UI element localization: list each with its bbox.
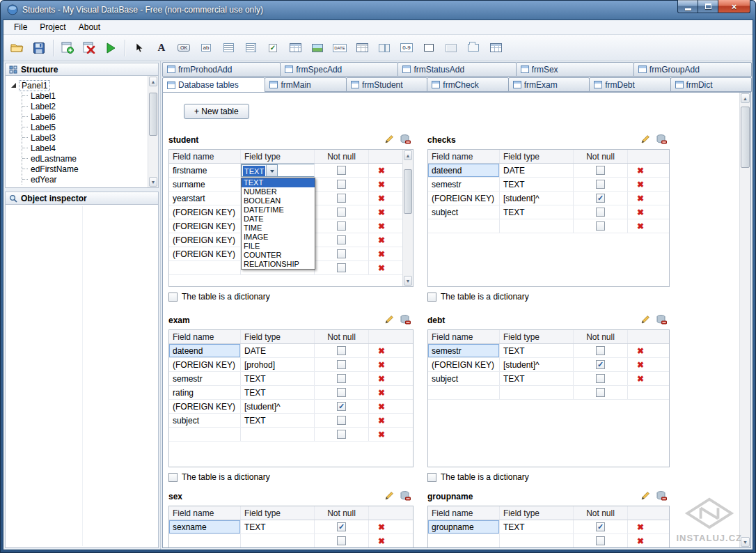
field-type-cell[interactable]: [student]^ — [500, 192, 574, 205]
field-name-cell[interactable] — [169, 261, 241, 274]
field-name-cell[interactable]: (FOREIGN KEY) — [169, 205, 241, 219]
field-name-cell[interactable]: dateend — [428, 164, 500, 177]
scroll-down-icon[interactable]: ▼ — [149, 177, 157, 187]
tab-database-tables[interactable]: Database tables — [162, 77, 265, 93]
edit-tool-icon[interactable]: ab — [196, 38, 216, 58]
delete-row-icon[interactable]: ✖ — [378, 250, 385, 258]
dropdown-option[interactable]: NUMBER — [242, 187, 315, 196]
scrollbar-thumb[interactable] — [404, 169, 412, 214]
tab-frmdict[interactable]: frmDict — [670, 77, 752, 92]
scroll-down-icon[interactable]: ▼ — [404, 276, 412, 286]
field-name-cell[interactable]: subject — [169, 414, 241, 427]
dictionary-row[interactable]: The table is a dictionary — [168, 472, 414, 482]
field-type-cell[interactable] — [241, 534, 315, 547]
dictionary-checkbox[interactable] — [427, 473, 436, 482]
new-table-button[interactable]: + New table — [184, 104, 249, 119]
scrollbar-thumb[interactable] — [149, 93, 157, 136]
field-type-cell[interactable]: TEXT — [500, 372, 574, 385]
not-null-checkbox[interactable] — [596, 374, 605, 383]
not-null-checkbox[interactable] — [337, 166, 346, 175]
delete-row-icon[interactable]: ✖ — [637, 208, 644, 217]
delete-row-icon[interactable]: ✖ — [637, 523, 644, 531]
field-name-cell[interactable]: subject — [428, 372, 500, 385]
structure-tree-scrollbar[interactable]: ▲ ▼ — [148, 76, 158, 187]
delete-row-icon[interactable]: ✖ — [378, 236, 385, 244]
field-type-cell[interactable]: DATE — [500, 164, 574, 177]
not-null-checkbox[interactable] — [337, 263, 346, 272]
tree-item-label2[interactable]: Label2 — [22, 101, 145, 111]
field-name-cell[interactable]: (FOREIGN KEY) — [169, 400, 241, 413]
label-tool-icon[interactable]: A — [152, 38, 171, 58]
tab-frmprohodadd[interactable]: frmProhodAdd — [162, 62, 281, 77]
splitter-tool-icon[interactable] — [375, 38, 394, 58]
not-null-checkbox[interactable] — [337, 194, 346, 203]
delete-row-icon[interactable]: ✖ — [637, 194, 644, 203]
not-null-checkbox[interactable]: ✓ — [596, 194, 605, 203]
scrollbar-thumb[interactable] — [741, 107, 750, 168]
field-type-cell[interactable] — [500, 386, 574, 399]
dictionary-checkbox[interactable] — [168, 473, 178, 482]
tree-item-edfirstname[interactable]: edFirstName — [22, 164, 145, 174]
field-name-cell[interactable]: (FOREIGN KEY) — [169, 358, 241, 371]
not-null-checkbox[interactable] — [337, 180, 346, 189]
scroll-up-icon[interactable]: ▲ — [149, 77, 157, 86]
field-type-cell[interactable]: TEXT — [500, 520, 574, 533]
menu-project[interactable]: Project — [33, 20, 72, 34]
delete-row-icon[interactable]: ✖ — [637, 180, 644, 189]
not-null-checkbox[interactable] — [337, 249, 346, 258]
grid-tool-icon[interactable] — [285, 38, 305, 58]
delete-row-icon[interactable]: ✖ — [378, 403, 385, 411]
field-name-cell[interactable]: sexname — [169, 520, 241, 533]
new-form-button[interactable] — [58, 38, 77, 58]
not-null-checkbox[interactable]: ✓ — [596, 522, 605, 531]
not-null-checkbox[interactable]: ✓ — [337, 402, 346, 411]
tab-frmcheck[interactable]: frmCheck — [427, 77, 508, 92]
tab-frmmain[interactable]: frmMain — [265, 77, 346, 92]
field-name-cell[interactable] — [169, 534, 241, 547]
tab-frmspecadd[interactable]: frmSpecAdd — [280, 62, 398, 77]
checkbox-tool-icon[interactable]: ✓ — [263, 38, 283, 58]
not-null-checkbox[interactable] — [596, 208, 605, 217]
listbox-tool-icon[interactable] — [219, 38, 238, 58]
table-tool-icon[interactable] — [352, 38, 372, 58]
field-name-cell[interactable]: (FOREIGN KEY) — [428, 192, 500, 205]
not-null-checkbox[interactable] — [337, 346, 346, 355]
delete-table-icon[interactable] — [400, 134, 411, 146]
scroll-down-icon[interactable]: ▼ — [741, 537, 750, 547]
delete-row-icon[interactable]: ✖ — [378, 194, 385, 203]
field-name-cell[interactable] — [169, 428, 241, 441]
delete-row-icon[interactable]: ✖ — [378, 166, 385, 175]
dropdown-option[interactable]: RELATIONSHIP — [242, 260, 315, 269]
scroll-up-icon[interactable]: ▲ — [404, 150, 412, 160]
grid-scrollbar[interactable]: ▲▼ — [402, 150, 413, 286]
dictionary-row[interactable]: The table is a dictionary — [168, 292, 414, 302]
not-null-checkbox[interactable] — [337, 416, 346, 425]
field-name-cell[interactable] — [428, 534, 500, 547]
delete-row-icon[interactable]: ✖ — [637, 361, 644, 369]
not-null-checkbox[interactable] — [337, 374, 346, 383]
edit-table-icon[interactable] — [641, 491, 650, 502]
tree-item-label5[interactable]: Label5 — [22, 122, 145, 132]
field-name-cell[interactable]: semestr — [169, 372, 241, 385]
tab-frmsex[interactable]: frmSex — [516, 62, 634, 77]
not-null-checkbox[interactable] — [596, 346, 605, 355]
delete-table-icon[interactable] — [656, 134, 667, 146]
tree-item-label6[interactable]: Label6 — [22, 111, 145, 122]
tab-frmstatusadd[interactable]: frmStatusAdd — [397, 62, 516, 77]
field-type-cell[interactable] — [241, 428, 315, 441]
field-name-cell[interactable]: subject — [428, 205, 500, 219]
edit-table-icon[interactable] — [385, 491, 394, 502]
field-name-cell[interactable]: semestr — [428, 344, 500, 357]
panel-tool-icon[interactable] — [441, 38, 461, 58]
delete-row-icon[interactable]: ✖ — [378, 416, 385, 425]
dropdown-option[interactable]: DATE/TIME — [242, 205, 315, 215]
not-null-checkbox[interactable] — [337, 360, 346, 369]
run-button[interactable] — [101, 38, 120, 58]
datepicker-tool-icon[interactable]: DATE — [330, 38, 349, 58]
not-null-checkbox[interactable] — [337, 430, 346, 439]
field-type-combobox[interactable]: TEXT — [242, 164, 278, 177]
tab-frmstudent[interactable]: frmStudent — [346, 77, 427, 92]
open-button[interactable] — [8, 38, 27, 58]
field-type-cell[interactable]: TEXT — [241, 386, 315, 399]
edit-table-icon[interactable] — [641, 134, 650, 146]
